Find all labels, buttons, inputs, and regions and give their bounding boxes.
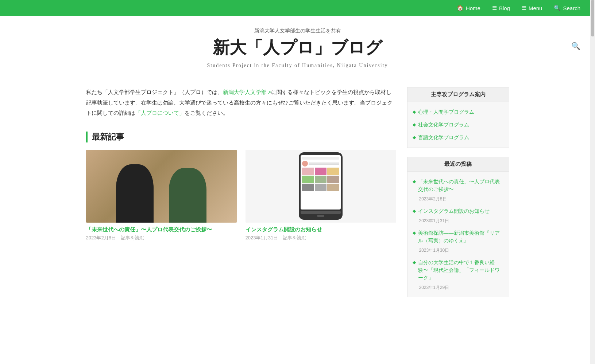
nav-search-link[interactable]: 🔍 Search — [554, 5, 580, 11]
phone-profile-row — [302, 161, 339, 167]
niigata-link[interactable]: 新潟大学人文学部↗ — [223, 89, 271, 95]
phone-grid-cell-8 — [327, 184, 339, 191]
scrollbar-thumb[interactable] — [591, 0, 594, 36]
nav-search-label: Search — [563, 5, 580, 11]
site-header: 新潟大学人文学部生の学生生活を共有 新大「人プロ」ブログ Students Pr… — [0, 16, 595, 76]
about-link[interactable]: 「人プロについて」 — [135, 110, 185, 116]
recent-post-link-1[interactable]: インスタグラム開設のお知らせ — [418, 207, 490, 215]
phone-frame — [299, 152, 343, 220]
header-search-icon[interactable]: 🔍 — [571, 42, 580, 50]
nav-home-label: Home — [466, 5, 480, 11]
recent-post-item-0: ◆ 「未来世代への責任」〜人プロ代表交代のご挨拶〜 2023年2月8日 — [413, 175, 504, 205]
program-link-2[interactable]: 社会文化学プログラム — [418, 121, 469, 129]
phone-line-2 — [309, 164, 339, 165]
article-title-link-1[interactable]: 「未来世代への責任」〜人プロ代表交代のご挨拶〜 — [86, 226, 212, 232]
article-thumbnail-1 — [86, 150, 237, 223]
diamond-icon-1: ◆ — [413, 109, 416, 114]
phone-line-1 — [309, 163, 339, 164]
article-card-1[interactable]: 「未来世代への責任」〜人プロ代表交代のご挨拶〜 2023年2月8日 記事を読む — [86, 150, 237, 241]
phone-grid — [302, 168, 339, 191]
post-date-2: 2023年1月30日 — [413, 247, 449, 254]
post-item-inner-0: ◆ 「未来世代への責任」〜人プロ代表交代のご挨拶〜 — [413, 178, 504, 193]
latest-articles-heading: 最新記事 — [86, 132, 396, 142]
programs-list: ◆ 心理・人間学プログラム ◆ 社会文化学プログラム ◆ 言語文化学プログラム — [407, 102, 509, 148]
intro-text-part3: をご覧ください。 — [185, 110, 228, 116]
list-item: ◆ 心理・人間学プログラム — [413, 106, 504, 118]
article-thumbnail-2 — [246, 150, 396, 223]
post-date-1: 2023年1月31日 — [413, 218, 449, 224]
phone-grid-cell-2 — [327, 168, 339, 175]
home-icon: 🏠 — [457, 5, 464, 11]
phone-text-lines — [309, 163, 339, 165]
nav-search-icon: 🔍 — [554, 5, 561, 11]
post-item-inner-1: ◆ インスタグラム開設のお知らせ — [413, 207, 490, 215]
phone-grid-cell-1 — [315, 168, 327, 175]
phone-bottom-bar — [301, 211, 341, 214]
post-date-3: 2023年1月29日 — [413, 285, 449, 291]
phone-grid-cell-3 — [302, 176, 314, 183]
photo-two-people — [86, 150, 237, 223]
list-item: ◆ 言語文化学プログラム — [413, 131, 504, 144]
site-title: 新大「人プロ」ブログ — [15, 36, 580, 59]
intro-text: 私たち「人文学部学生プロジェクト」（人プロ）では、新潟大学人文学部↗に関する様々… — [86, 87, 396, 118]
recent-post-link-2[interactable]: 美術館探訪——新潟市美術館『リアル（写実）のゆくえ』—— — [418, 229, 504, 244]
phone-home-button — [317, 215, 324, 217]
article-title-link-2[interactable]: インスタグラム開設のお知らせ — [246, 226, 322, 232]
phone-status-bar — [302, 157, 339, 160]
content-area: 私たち「人文学部学生プロジェクト」（人プロ）では、新潟大学人文学部↗に関する様々… — [86, 87, 396, 306]
recent-post-link-0[interactable]: 「未来世代への責任」〜人プロ代表交代のご挨拶〜 — [418, 178, 504, 193]
main-layout: 私たち「人文学部学生プロジェクト」（人プロ）では、新潟大学人文学部↗に関する様々… — [79, 76, 517, 317]
diamond-icon-post-2: ◆ — [413, 230, 416, 235]
programs-widget-title: 主専攻プログラム案内 — [407, 87, 509, 102]
phone-grid-cell-7 — [315, 184, 327, 191]
post-item-inner-3: ◆ 自分の大学生活の中で１番良い経験〜「現代社会論」「フィールドワーク」 — [413, 259, 504, 282]
diamond-icon-3: ◆ — [413, 135, 416, 140]
phone-grid-cell-5 — [327, 176, 339, 183]
sidebar: 主専攻プログラム案内 ◆ 心理・人間学プログラム ◆ 社会文化学プログラム ◆ … — [407, 87, 509, 306]
recent-post-item-2: ◆ 美術館探訪——新潟市美術館『リアル（写実）のゆくえ』—— 2023年1月30… — [413, 227, 504, 256]
nav-blog-link[interactable]: ☰ Blog — [492, 5, 510, 11]
recent-posts-list: ◆ 「未来世代への責任」〜人プロ代表交代のご挨拶〜 2023年2月8日 ◆ イン… — [407, 172, 509, 297]
post-date-0: 2023年2月8日 — [413, 196, 447, 202]
recent-post-link-3[interactable]: 自分の大学生活の中で１番良い経験〜「現代社会論」「フィールドワーク」 — [418, 259, 504, 282]
article-card-2[interactable]: インスタグラム開設のお知らせ 2023年1月31日 記事を読む — [246, 150, 396, 241]
scrollbar[interactable] — [590, 0, 595, 317]
programs-widget: 主専攻プログラム案内 ◆ 心理・人間学プログラム ◆ 社会文化学プログラム ◆ … — [407, 87, 509, 148]
diamond-icon-post-0: ◆ — [413, 179, 416, 184]
site-subtitle: 新潟大学人文学部生の学生生活を共有 — [15, 28, 580, 34]
recent-post-item-1: ◆ インスタグラム開設のお知らせ 2023年1月31日 — [413, 205, 504, 227]
diamond-icon-post-3: ◆ — [413, 260, 416, 265]
nav-menu-label: Menu — [529, 5, 542, 11]
recent-posts-widget: 最近の投稿 ◆ 「未来世代への責任」〜人プロ代表交代のご挨拶〜 2023年2月8… — [407, 157, 509, 297]
external-link-icon: ↗ — [267, 90, 271, 95]
phone-screen — [301, 155, 341, 210]
intro-text-part1: 私たち「人文学部学生プロジェクト」（人プロ）では、 — [86, 89, 223, 95]
program-link-3[interactable]: 言語文化学プログラム — [418, 134, 469, 141]
nav-menu-link[interactable]: ☰ Menu — [522, 5, 542, 11]
nav-blog-label: Blog — [499, 5, 510, 11]
phone-mockup — [246, 150, 396, 223]
blog-icon: ☰ — [492, 5, 497, 11]
article-meta-1: 2023年2月8日 記事を読む — [86, 235, 237, 241]
nav-home-link[interactable]: 🏠 Home — [457, 5, 480, 11]
phone-avatar — [302, 161, 308, 167]
menu-icon: ☰ — [522, 5, 526, 11]
diamond-icon-2: ◆ — [413, 122, 416, 127]
site-tagline: Students Project in the Faculty of Human… — [15, 63, 580, 69]
phone-grid-cell-0 — [302, 168, 314, 175]
program-link-1[interactable]: 心理・人間学プログラム — [418, 108, 474, 116]
list-item: ◆ 社会文化学プログラム — [413, 118, 504, 131]
top-navigation: 🏠 Home ☰ Blog ☰ Menu 🔍 Search — [0, 0, 595, 16]
articles-grid: 「未来世代への責任」〜人プロ代表交代のご挨拶〜 2023年2月8日 記事を読む — [86, 150, 396, 241]
phone-grid-cell-4 — [315, 176, 327, 183]
post-item-inner-2: ◆ 美術館探訪——新潟市美術館『リアル（写実）のゆくえ』—— — [413, 229, 504, 244]
diamond-icon-post-1: ◆ — [413, 208, 416, 214]
recent-post-item-3: ◆ 自分の大学生活の中で１番良い経験〜「現代社会論」「フィールドワーク」 202… — [413, 256, 504, 293]
article-meta-2: 2023年1月31日 記事を読む — [246, 235, 396, 241]
phone-grid-cell-6 — [302, 184, 314, 191]
recent-posts-widget-title: 最近の投稿 — [407, 157, 509, 172]
